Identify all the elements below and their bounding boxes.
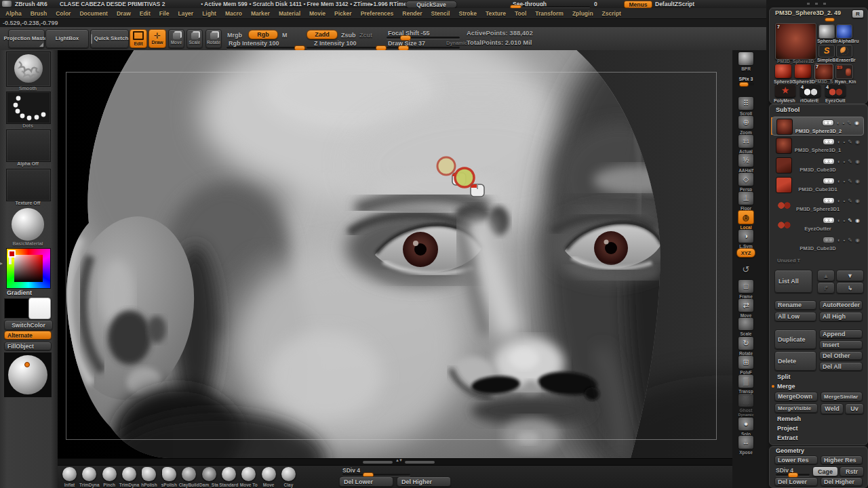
menu-alpha[interactable]: Alpha (5, 10, 22, 17)
subtool-header[interactable]: SubTool (776, 106, 800, 113)
document-canvas[interactable] (58, 50, 732, 458)
polypaint-brush-icon[interactable]: ✎ (848, 159, 852, 165)
shelf-spin-button[interactable]: ↺ (738, 263, 753, 279)
rotate-mode-button[interactable]: Rotate (205, 29, 222, 48)
menu-marker[interactable]: Marker (251, 10, 270, 17)
menu-material[interactable]: Material (279, 10, 300, 17)
eye-icon[interactable]: ◉ (855, 237, 860, 243)
sphere3d-thumbnail[interactable] (795, 64, 811, 78)
subtool-item[interactable]: ◐•✎◉ PM3D_Sphere3D1 (772, 195, 864, 214)
brush-move[interactable]: Move (259, 467, 279, 487)
tray-collapse-arrow[interactable]: ▸ (0, 260, 3, 266)
menu-texture[interactable]: Texture (486, 10, 506, 17)
shelf-spix-slider[interactable]: SPix 3 (738, 76, 754, 96)
dot-icon[interactable]: • (844, 198, 846, 204)
tool-header[interactable]: PM3D_Sphere3D_2. 49 (775, 9, 841, 16)
menu-macro[interactable]: Macro (225, 10, 242, 17)
zcut-button[interactable]: Zcut (359, 32, 372, 39)
subtool-item[interactable]: ◐•✎◉ PM3D_Sphere3D_1 (772, 136, 864, 155)
shelf-solo-button[interactable]: Dynamic ● Solo (738, 412, 754, 435)
menu-draw[interactable]: Draw (117, 10, 131, 17)
switch-color-button[interactable]: SwitchColor (4, 320, 53, 330)
menu-zplugin[interactable]: Zplugin (572, 10, 593, 17)
polypaint-brush-icon[interactable]: ✎ (847, 120, 852, 126)
menu-picker[interactable]: Picker (334, 10, 352, 17)
uv-button[interactable]: Uv (845, 403, 864, 414)
brush-claybuild[interactable]: ClayBuild (179, 467, 199, 487)
zadd-button[interactable]: Zadd (307, 30, 338, 39)
polypaint-brush-icon[interactable]: ✎ (848, 198, 852, 204)
subtool-item[interactable]: ◐•✎◉ EyezOutter (772, 215, 864, 234)
insert-button[interactable]: Insert (819, 340, 863, 349)
dot-icon[interactable]: • (844, 218, 846, 224)
shelf-rotate-button[interactable]: ↻Rotate (738, 336, 754, 355)
shelf-lsym-button[interactable]: ◑L.Sym (738, 229, 754, 248)
eraserbr-thumbnail[interactable] (836, 45, 852, 58)
quick-sketch-button[interactable]: Quick Sketch (90, 29, 129, 48)
see-through-slider[interactable] (510, 6, 590, 7)
brush-hpolish[interactable]: hPolish (139, 467, 159, 487)
ryan-kin-thumbnail[interactable]: 89 (835, 64, 853, 79)
rgb-intensity-slider[interactable] (226, 47, 304, 49)
append-button[interactable]: Append (819, 329, 863, 338)
sphere3c-thumbnail[interactable] (775, 64, 791, 78)
tool-r-button[interactable]: R (852, 9, 864, 18)
shelf-local-button[interactable]: ◎ Local (738, 210, 754, 229)
subtool-item[interactable]: ◐•✎◉ PM3D_Cube3D (772, 156, 864, 175)
eye-icon[interactable]: ◉ (855, 159, 860, 165)
geometry-header[interactable]: Geometry (776, 447, 804, 454)
menu-movie[interactable]: Movie (309, 10, 326, 17)
move-mode-button[interactable]: Move (168, 29, 184, 48)
brush-clay[interactable]: Clay (279, 467, 298, 487)
remesh-section[interactable]: Remesh (777, 415, 801, 422)
eye-icon[interactable]: ◉ (855, 139, 860, 145)
mrgb-button[interactable]: Mrgb (227, 32, 242, 39)
polypaint-brush-icon[interactable]: ✎ (848, 139, 852, 145)
edit-mode-button[interactable]: Edit (130, 29, 147, 48)
gradient-toggle[interactable]: Gradient (7, 289, 32, 296)
pm3d-s-thumbnail[interactable]: 7 (814, 64, 833, 80)
shelf-bpr-button[interactable]: BPR (738, 52, 754, 76)
merge-section[interactable]: Merge (777, 383, 795, 390)
eye-icon[interactable]: ◉ (854, 120, 859, 126)
subtool-item[interactable]: ◐•✎◉ PM3D_Cube3D (772, 235, 864, 253)
list-all-button[interactable]: List All (774, 270, 812, 293)
lower-res-button[interactable]: Lower Res (774, 455, 818, 464)
cage-button[interactable]: Cage (812, 466, 838, 476)
del-all-button[interactable]: Del All (819, 362, 863, 371)
polymesh-thumbnail[interactable]: ★ (775, 85, 795, 97)
higher-res-button[interactable]: Higher Res (821, 455, 863, 464)
shelf-move-button[interactable]: ⇄Move (738, 298, 754, 317)
shelf-actual-button[interactable]: 1:1Actual (738, 134, 754, 153)
visibility-pill-icon[interactable] (822, 119, 834, 126)
subtool-down-button[interactable]: ▼ (836, 270, 864, 281)
rgb-button[interactable]: Rgb (248, 30, 278, 39)
all-high-button[interactable]: All High (819, 312, 863, 321)
subtool-up-button[interactable]: ▲ (817, 270, 835, 281)
visibility-pill-icon[interactable] (823, 197, 835, 204)
polypaint-brush-icon[interactable]: ✎ (848, 237, 852, 243)
extract-section[interactable]: Extract (777, 434, 798, 441)
dot-icon[interactable]: • (844, 237, 846, 243)
secondary-color-swatch[interactable] (4, 298, 31, 319)
brush-moveto[interactable]: Move To (239, 467, 258, 487)
subtool-shift-down-button[interactable]: ↳ (836, 282, 864, 293)
rstr-button[interactable]: Rstr (840, 466, 864, 476)
menu-stroke[interactable]: Stroke (458, 10, 476, 17)
menu-preferences[interactable]: Preferences (361, 10, 394, 17)
polypaint-brush-icon[interactable]: ✎ (848, 218, 852, 224)
active-tool-thumbnail[interactable]: 7 (775, 23, 816, 60)
halfvis-icon[interactable]: ◐ (837, 178, 841, 184)
visibility-pill-icon[interactable] (823, 178, 835, 184)
visibility-pill-icon[interactable] (823, 217, 835, 224)
draw-mode-button[interactable]: ✛ Draw (149, 29, 166, 48)
fill-object-button[interactable]: FillObject (4, 342, 52, 350)
bottom-del-lower-button[interactable]: Del Lower (339, 476, 393, 487)
rtoutere-thumbnail[interactable]: 4 (800, 85, 821, 97)
color-sv-square[interactable] (14, 255, 43, 282)
dot-icon[interactable]: • (844, 159, 846, 165)
merge-similar-button[interactable]: MergeSimilar (821, 392, 863, 401)
divider-grip-right[interactable] (405, 461, 435, 464)
delete-button[interactable]: Delete (774, 351, 816, 371)
z-intensity-slider[interactable] (307, 47, 385, 49)
